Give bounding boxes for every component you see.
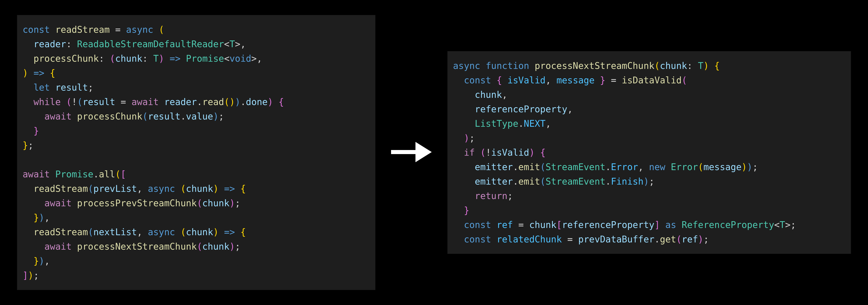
code-token: ( bbox=[480, 147, 486, 158]
code-token bbox=[453, 176, 475, 187]
code-token: ; bbox=[507, 191, 513, 201]
code-token bbox=[594, 75, 600, 86]
code-token: [ bbox=[121, 169, 126, 179]
code-token bbox=[535, 147, 540, 158]
code-token bbox=[28, 68, 33, 78]
code-token bbox=[513, 219, 518, 230]
code-token: processChunk bbox=[77, 111, 143, 122]
code-line: await processNextStreamChunk(chunk); bbox=[23, 241, 240, 252]
code-token: message bbox=[557, 75, 595, 86]
code-token: . bbox=[180, 111, 186, 122]
code-token: } bbox=[464, 205, 469, 215]
code-token: ) bbox=[213, 111, 219, 122]
code-token: ) bbox=[159, 53, 164, 64]
code-token: ; bbox=[704, 234, 709, 244]
code-line: while (!(result = await reader.read()).d… bbox=[23, 97, 284, 107]
code-token: result bbox=[55, 82, 88, 93]
code-line: processChunk: (chunk: T) => Promise<void… bbox=[23, 53, 262, 64]
code-token: read bbox=[202, 97, 224, 107]
code-line: const { isValid, message } = isDataValid… bbox=[453, 75, 687, 86]
code-token: referenceProperty bbox=[562, 219, 654, 230]
code-token: ) bbox=[213, 227, 219, 237]
code-token bbox=[23, 53, 33, 64]
code-line: const readStream = async ( bbox=[23, 24, 164, 35]
code-token: => bbox=[224, 227, 235, 237]
code-token bbox=[219, 227, 224, 237]
code-token bbox=[126, 97, 131, 107]
code-token: ) bbox=[704, 61, 709, 71]
code-token: ( bbox=[540, 162, 546, 172]
code-token: StreamEvent bbox=[546, 176, 605, 187]
code-token: emitter bbox=[475, 176, 513, 187]
code-token: const bbox=[464, 234, 491, 244]
code-token: { bbox=[278, 97, 284, 107]
right-code-panel: async function processNextStreamChunk(ch… bbox=[447, 51, 851, 254]
code-line bbox=[23, 155, 28, 165]
code-token: , bbox=[137, 227, 143, 237]
code-token: isValid bbox=[491, 147, 529, 158]
code-token: async bbox=[453, 61, 480, 71]
code-token: Finish bbox=[611, 176, 644, 187]
code-token: StreamEvent bbox=[546, 162, 605, 172]
code-token: nextList bbox=[93, 227, 137, 237]
code-token: , bbox=[44, 212, 50, 223]
code-token: Error bbox=[671, 162, 698, 172]
right-code-block: async function processNextStreamChunk(ch… bbox=[453, 59, 842, 246]
code-token: . bbox=[513, 176, 518, 187]
code-token bbox=[235, 183, 240, 194]
code-token: return bbox=[475, 191, 507, 201]
code-token: chunk bbox=[660, 61, 687, 71]
code-token bbox=[23, 212, 33, 223]
code-token bbox=[23, 126, 33, 136]
code-token: : bbox=[99, 53, 104, 64]
code-token: reader bbox=[164, 97, 197, 107]
code-token: ) bbox=[229, 198, 235, 208]
code-line: } bbox=[453, 205, 469, 215]
code-line: ) => { bbox=[23, 68, 55, 78]
code-token bbox=[72, 111, 77, 122]
code-token: ( bbox=[159, 24, 164, 35]
code-token: . bbox=[518, 118, 524, 129]
code-token bbox=[110, 24, 115, 35]
code-token: ReferenceProperty bbox=[682, 219, 774, 230]
code-token: ) bbox=[23, 68, 28, 78]
code-token: processChunk bbox=[33, 53, 99, 64]
code-token: NEXT bbox=[524, 118, 546, 129]
code-token: < bbox=[224, 53, 229, 64]
code-token: , bbox=[240, 39, 246, 49]
code-token: const bbox=[464, 219, 491, 230]
comparison-stage: const readStream = async ( reader: Reada… bbox=[0, 0, 868, 305]
code-token: ] bbox=[654, 219, 660, 230]
code-token bbox=[219, 183, 224, 194]
code-token: ) bbox=[39, 212, 44, 223]
code-token bbox=[23, 241, 44, 252]
code-token bbox=[660, 219, 665, 230]
code-token: , bbox=[44, 256, 50, 266]
code-token: ( bbox=[88, 227, 93, 237]
code-token bbox=[453, 104, 475, 114]
code-token: reader bbox=[33, 39, 66, 49]
code-token: . bbox=[197, 97, 202, 107]
code-token bbox=[23, 39, 33, 49]
code-token: T bbox=[229, 39, 235, 49]
code-token: relatedChunk bbox=[497, 234, 562, 244]
code-token: function bbox=[486, 61, 529, 71]
code-token: , bbox=[546, 118, 551, 129]
code-token: ) bbox=[213, 183, 219, 194]
code-token bbox=[475, 147, 480, 158]
code-line: await processPrevStreamChunk(chunk); bbox=[23, 198, 240, 208]
code-token: , bbox=[137, 183, 143, 194]
code-line: await Promise.all([ bbox=[23, 169, 126, 179]
code-token: ) bbox=[747, 162, 752, 172]
code-token: readStream bbox=[33, 183, 88, 194]
code-line: referenceProperty, bbox=[453, 104, 573, 114]
code-token: isValid bbox=[507, 75, 546, 86]
code-token bbox=[529, 61, 535, 71]
code-line: emitter.emit(StreamEvent.Finish); bbox=[453, 176, 654, 187]
code-token: = bbox=[567, 234, 573, 244]
code-token: const bbox=[23, 24, 55, 35]
code-token: chunk bbox=[115, 53, 142, 64]
code-token bbox=[524, 219, 529, 230]
code-token: referenceProperty bbox=[475, 104, 567, 114]
code-token bbox=[573, 234, 578, 244]
